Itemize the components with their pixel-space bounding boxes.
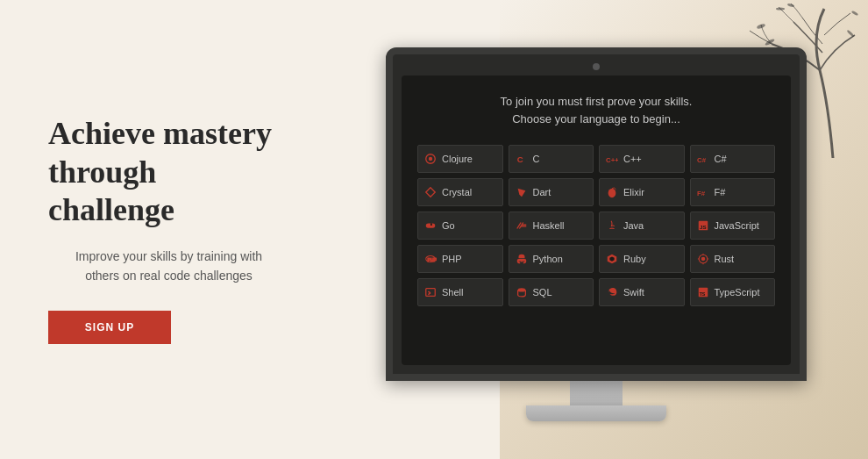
svg-marker-12 [517,189,525,197]
clojure-icon [423,152,438,166]
svg-text:C++: C++ [606,156,618,164]
typescript-icon: TS [696,285,710,299]
svg-rect-33 [426,289,436,297]
lang-btn-dart[interactable]: Dart [509,178,594,206]
lang-btn-rust[interactable]: Rust [690,245,776,273]
lang-label-elixir: Elixir [623,187,644,197]
lang-btn-php[interactable]: PHPPHP [417,245,503,273]
svg-text:TS: TS [699,291,705,297]
lang-btn-ruby[interactable]: Ruby [599,245,685,273]
cpp-icon: C++ [605,152,619,166]
svg-point-28 [701,257,705,261]
lang-btn-cpp[interactable]: C++C++ [599,145,685,173]
main-title: Achieve masterythrough challenge [48,115,289,229]
svg-rect-16 [430,223,432,226]
monitor-screen: To join you must first prove your skills… [402,75,791,365]
svg-point-36 [517,288,525,291]
signup-button[interactable]: SIGN UP [48,311,171,344]
lang-label-crystal: Crystal [442,187,472,197]
lang-label-go: Go [442,220,455,231]
lang-label-python: Python [533,254,563,264]
lang-label-sql: SQL [533,287,552,298]
lang-label-shell: Shell [442,287,463,298]
swift-icon [605,285,619,299]
svg-line-35 [428,293,430,295]
crystal-icon [423,185,438,199]
javascript-icon: JS [696,219,710,233]
rust-icon [696,252,710,266]
lang-btn-javascript[interactable]: JSJavaScript [690,212,776,240]
sql-icon [515,285,529,299]
lang-label-dart: Dart [533,187,551,197]
svg-text:PHP: PHP [428,257,438,262]
monitor: To join you must first prove your skills… [386,47,807,381]
left-panel: Achieve masterythrough challenge Improve… [0,0,324,459]
csharp-icon: C# [696,152,710,166]
java-icon [605,219,619,233]
lang-label-clojure: Clojure [442,154,473,164]
lang-label-java: Java [623,220,644,231]
monitor-neck [570,381,623,405]
svg-text:F#: F# [697,190,706,197]
lang-btn-typescript[interactable]: TSTypeScript [690,278,776,306]
lang-label-haskell: Haskell [533,220,565,231]
lang-btn-fsharp[interactable]: F#F# [690,178,776,206]
lang-btn-c[interactable]: CC [509,145,594,173]
lang-label-typescript: TypeScript [715,287,760,298]
lang-label-swift: Swift [623,287,644,298]
ruby-icon [605,252,619,266]
haskell-icon [515,219,529,233]
svg-point-7 [429,157,432,161]
right-panel: To join you must first prove your skills… [324,0,868,459]
lang-btn-python[interactable]: Python [509,245,594,273]
lang-label-fsharp: F# [715,187,726,197]
shell-icon [423,285,438,299]
lang-btn-elixir[interactable]: Elixir [599,178,685,206]
lang-label-rust: Rust [715,254,735,264]
svg-point-13 [608,189,616,198]
svg-text:C: C [516,154,523,164]
lang-btn-sql[interactable]: SQL [509,278,594,306]
c-icon: C [515,152,529,166]
php-icon: PHP [423,252,438,266]
lang-label-ruby: Ruby [623,254,646,264]
fsharp-icon: F# [696,185,710,199]
python-icon [515,252,529,266]
screen-title: To join you must first prove your skills… [417,93,775,130]
monitor-camera [593,63,600,70]
lang-btn-crystal[interactable]: Crystal [417,178,503,206]
lang-btn-shell[interactable]: Shell [417,278,503,306]
lang-label-php: PHP [442,254,462,264]
lang-btn-go[interactable]: Go [417,212,503,240]
monitor-base [526,405,666,421]
lang-label-csharp: C# [715,154,727,164]
lang-btn-csharp[interactable]: C#C# [690,145,776,173]
subtitle: Improve your skills by training withothe… [48,247,289,286]
svg-text:C#: C# [697,156,707,164]
svg-text:JS: JS [700,224,706,230]
monitor-wrapper: To join you must first prove your skills… [386,47,807,421]
go-icon [423,219,438,233]
lang-label-cpp: C++ [623,154,642,164]
lang-btn-java[interactable]: Java [599,212,685,240]
lang-btn-haskell[interactable]: Haskell [509,212,594,240]
language-grid: ClojureCCC++C++C#C#CrystalDartElixirF#F#… [417,145,775,306]
svg-marker-11 [426,188,436,197]
elixir-icon [605,185,619,199]
lang-label-c: C [533,154,540,164]
lang-btn-swift[interactable]: Swift [599,278,685,306]
lang-btn-clojure[interactable]: Clojure [417,145,503,173]
lang-label-javascript: JavaScript [715,220,759,231]
dart-icon [515,185,529,199]
